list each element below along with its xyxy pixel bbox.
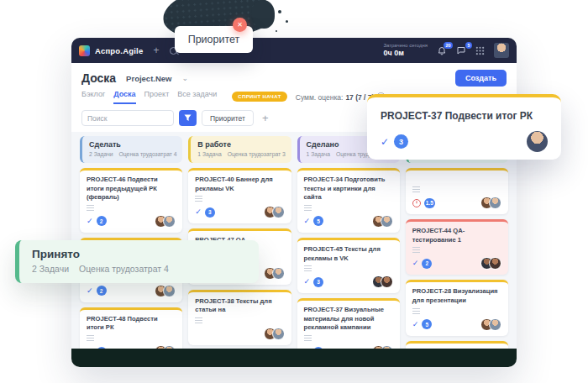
notifications-badge: 20 [444, 42, 453, 50]
check-icon: ✓ [412, 321, 419, 328]
avatar [489, 257, 501, 270]
search-input[interactable] [81, 110, 174, 126]
page-title: Доска [81, 71, 116, 85]
task-card[interactable]: PROJECT-48 Подвести итоги РК ✓2 [80, 307, 182, 349]
check-icon: ✓ [412, 260, 419, 267]
avatar [489, 318, 501, 331]
window-footer [71, 349, 517, 367]
task-card[interactable]: PROJECT-46 Подвести итоги предыдущей РК … [80, 168, 182, 233]
decor-speck [276, 30, 277, 32]
add-filter-icon[interactable]: + [262, 113, 269, 123]
task-title: PROJECT-34 Подготовить тексты и картинки… [304, 176, 393, 202]
description-icon [87, 205, 94, 211]
avatar [272, 206, 285, 218]
avatar [381, 215, 393, 228]
notifications-bell-icon[interactable]: 20 [436, 45, 447, 56]
project-select[interactable]: Project.New ⌄ [123, 72, 192, 85]
apps-grid-icon[interactable] [475, 45, 486, 56]
accepted-column-callout: Принято 2 Задачи Оценка трудозатрат 4 [15, 240, 259, 283]
estimate-badge: 5 [313, 216, 323, 226]
filter-button[interactable] [179, 110, 197, 126]
task-card[interactable]: 1.5 [406, 168, 508, 214]
task-card-overdue[interactable]: PROJECT-44 QA-тестирование 1 ✓2 [406, 219, 508, 275]
description-icon [412, 186, 420, 192]
estimate-badge: 3 [205, 207, 215, 218]
estimate-badge: 2 [422, 259, 432, 269]
sprint-status-badge: СПРИНТ НАЧАТ [232, 92, 287, 102]
task-title: PROJECT-45 Тексты для рекламы в VK [304, 245, 393, 263]
app-logo-icon[interactable] [79, 45, 90, 56]
column-done: Сделано 1 Задача Оценка трудозатрат PROJ… [297, 136, 400, 349]
estimate-badge: 3 [394, 134, 408, 149]
column-effort: Оценка трудозатрат 3 [228, 151, 286, 157]
page: Аспро.Agile + Сп Затрачено сегодня 0ч 0м… [0, 0, 588, 383]
task-title: PROJECT-28 Визуализация для презентации [412, 287, 501, 305]
task-card-callout: PROJECT-37 Подвести итог РК ✓ 3 [367, 94, 561, 160]
avatar [272, 267, 285, 280]
task-title: PROJECT-37 Визуальные материалы для ново… [304, 306, 393, 333]
board-header: Доска Project.New ⌄ Создать [71, 63, 517, 88]
task-card[interactable]: PROJECT-40 Баннер для рекламы VK ✓3 [188, 168, 291, 223]
task-card[interactable]: PROJECT-37 Визуальные материалы для ново… [297, 298, 400, 349]
close-icon[interactable]: ✕ [233, 18, 247, 32]
add-icon[interactable]: + [153, 45, 159, 55]
task-title: PROJECT-44 QA-тестирование 1 [412, 227, 501, 244]
tab-backlog[interactable]: Бэклог [81, 90, 105, 104]
task-title: PROJECT-46 Подвести итоги предыдущей РК … [87, 176, 176, 202]
column-task-count: 1 Задача [197, 151, 221, 157]
check-icon: ✓ [381, 136, 389, 148]
create-button[interactable]: Создать [455, 70, 507, 87]
column-header: В работе 1 Задача Оценка трудозатрат 3 [188, 136, 291, 163]
task-card[interactable]: PROJECT-19 Тексты для рекламы VK ✓5 [406, 341, 508, 349]
check-icon: ✓ [304, 218, 311, 225]
decor-speck [278, 10, 281, 13]
user-avatar[interactable] [494, 43, 509, 58]
task-card[interactable]: PROJECT-34 Подготовить тексты и картинки… [297, 168, 400, 233]
chevron-down-icon: ⌄ [181, 74, 188, 82]
estimate-badge: 5 [422, 319, 432, 329]
avatar [381, 275, 393, 288]
column-title: В работе [197, 140, 284, 149]
tab-board[interactable]: Доска [113, 90, 135, 104]
description-icon [412, 308, 420, 314]
chat-icon[interactable]: 5 [455, 45, 466, 56]
column-accepted: 1.5 PROJECT-44 QA-тестирование 1 ✓2 PROJ… [406, 136, 508, 349]
column-title: Сделать [89, 140, 176, 149]
task-title: PROJECT-48 Подвести итоги РК [87, 315, 176, 333]
description-icon [304, 205, 312, 211]
check-icon: ✓ [304, 278, 311, 286]
overdue-clock-icon [412, 199, 421, 207]
avatar [272, 328, 285, 340]
app-window: Аспро.Agile + Сп Затрачено сегодня 0ч 0м… [71, 38, 517, 367]
description-icon [412, 247, 420, 253]
description-icon [195, 196, 202, 202]
tab-all-tasks[interactable]: Все задачи [177, 90, 217, 104]
description-icon [195, 317, 202, 323]
callout-title: Принято [32, 248, 246, 260]
callout-effort: Оценка трудозатрат 4 [79, 264, 169, 274]
column-header: Сделать 2 Задачи Оценка трудозатрат 4 [80, 136, 182, 163]
check-icon: ✓ [87, 218, 93, 225]
task-card[interactable]: PROJECT-28 Визуализация для презентации … [406, 280, 508, 335]
avatar [163, 215, 176, 228]
check-icon: ✓ [87, 287, 93, 295]
avatar [527, 131, 548, 152]
decor-speck [286, 20, 288, 23]
task-title: PROJECT-40 Баннер для рекламы VK [195, 176, 284, 193]
task-card[interactable]: PROJECT-38 Тексты для статьи на [188, 290, 291, 345]
filter-chip-priority[interactable]: Приоритет [202, 110, 254, 126]
tab-project[interactable]: Проект [144, 90, 170, 104]
time-tracker: Затрачено сегодня 0ч 0м [383, 43, 428, 57]
project-select-value: Project.New [126, 74, 171, 83]
chat-badge: 5 [465, 42, 472, 50]
description-icon [304, 265, 312, 271]
callout-task-count: 2 Задачи [32, 264, 69, 274]
description-icon [87, 335, 94, 341]
topbar-right: Затрачено сегодня 0ч 0м 20 5 [383, 43, 509, 58]
estimate-badge: 2 [97, 216, 107, 226]
sprint-score-label: Сумм. оценка: [296, 93, 344, 102]
app-name[interactable]: Аспро.Agile [95, 46, 143, 55]
task-card[interactable]: PROJECT-45 Тексты для рекламы в VK ✓3 [297, 238, 400, 293]
column-effort: Оценка трудозатрат 4 [119, 151, 177, 157]
check-icon: ✓ [195, 208, 202, 216]
